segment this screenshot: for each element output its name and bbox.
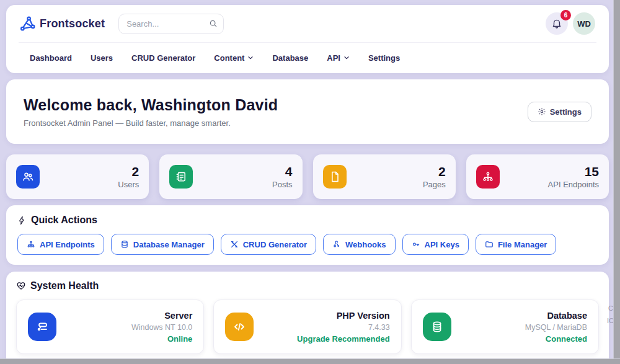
nav-item-crud-generator[interactable]: CRUD Generator xyxy=(131,53,195,63)
welcome-banner: Welcome back, Washington David Frontsock… xyxy=(6,79,609,144)
main-content: Frontsocket 6 xyxy=(6,5,609,364)
stat-label: Posts xyxy=(272,180,293,189)
stat-card-posts: 4 Posts xyxy=(159,154,302,199)
database-icon xyxy=(120,240,129,249)
nav-item-database[interactable]: Database xyxy=(272,53,308,63)
notebook-icon xyxy=(169,165,193,189)
stat-value: 2 xyxy=(423,164,446,179)
main-nav: Dashboard Users CRUD Generator Content D… xyxy=(20,43,595,73)
health-detail: MySQL / MariaDB xyxy=(525,323,587,332)
nav-item-settings[interactable]: Settings xyxy=(368,53,400,63)
crud-generator-button[interactable]: CRUD Generator xyxy=(221,234,316,255)
search-input[interactable] xyxy=(118,14,224,34)
health-status: Upgrade Recommended xyxy=(297,334,390,344)
tools-icon xyxy=(230,240,239,249)
stat-label: Pages xyxy=(423,180,446,189)
chevron-down-icon xyxy=(247,55,254,61)
health-title: Database xyxy=(525,311,587,321)
database-icon xyxy=(423,313,451,341)
health-title: Server xyxy=(131,311,192,321)
health-card-php: PHP Version 7.4.33 Upgrade Recommended xyxy=(213,300,401,354)
users-icon xyxy=(16,165,40,189)
health-status: Connected xyxy=(525,334,587,344)
nav-item-users[interactable]: Users xyxy=(91,53,113,63)
nav-item-content[interactable]: Content xyxy=(214,53,254,63)
health-detail: Windows NT 10.0 xyxy=(131,323,192,332)
window-edge-right xyxy=(613,0,620,364)
database-manager-button[interactable]: Database Manager xyxy=(111,234,214,255)
quick-actions-title: Quick Actions xyxy=(17,215,598,226)
stats-row: 2 Users 4 Posts 2 Pages xyxy=(6,154,609,199)
brand-name: Frontsocket xyxy=(40,17,105,30)
quick-action-buttons: API Endpoints Database Manager CRUD Gene… xyxy=(17,234,598,255)
nav-item-dashboard[interactable]: Dashboard xyxy=(30,53,72,63)
stat-card-api-endpoints: 15 API Endpoints xyxy=(466,154,609,199)
code-icon xyxy=(225,313,254,341)
header: Frontsocket 6 xyxy=(6,5,609,73)
search xyxy=(118,14,224,34)
stat-label: Users xyxy=(118,180,139,189)
webhook-icon xyxy=(332,240,341,249)
quick-actions: Quick Actions API Endpoints Database Man… xyxy=(6,205,609,265)
sitemap-icon xyxy=(27,240,35,249)
health-title: PHP Version xyxy=(297,311,390,321)
lightning-icon xyxy=(17,216,27,225)
chevron-down-icon xyxy=(343,55,350,61)
key-icon xyxy=(412,240,420,249)
notification-badge: 6 xyxy=(560,10,571,20)
stat-label: API Endpoints xyxy=(548,180,599,189)
health-detail: 7.4.33 xyxy=(297,323,390,332)
health-cards-row: Server Windows NT 10.0 Online PHP Versio… xyxy=(16,300,599,354)
bell-icon xyxy=(551,18,562,29)
health-card-database: Database MySQL / MariaDB Connected xyxy=(411,300,599,354)
webhooks-button[interactable]: Webhooks xyxy=(323,234,396,255)
sitemap-icon xyxy=(476,165,500,189)
header-top: Frontsocket 6 xyxy=(20,5,595,42)
search-icon xyxy=(209,19,218,28)
gear-icon xyxy=(538,107,546,116)
page-title: Welcome back, Washington David xyxy=(24,96,278,114)
nav-item-api[interactable]: API xyxy=(327,53,350,63)
brand[interactable]: Frontsocket xyxy=(20,16,105,32)
health-status: Online xyxy=(131,334,192,344)
health-card-server: Server Windows NT 10.0 Online xyxy=(16,300,204,354)
folder-icon xyxy=(485,240,494,249)
api-endpoints-button[interactable]: API Endpoints xyxy=(17,234,104,255)
frontsocket-logo-icon xyxy=(20,16,36,32)
file-icon xyxy=(323,165,347,189)
notifications-button[interactable]: 6 xyxy=(546,12,568,35)
stat-value: 15 xyxy=(548,164,599,179)
page-subtitle: Frontsocket Admin Panel — Build faster, … xyxy=(24,118,278,128)
edge-text-fragment: C xyxy=(608,304,613,312)
server-icon xyxy=(28,313,56,341)
avatar[interactable]: WD xyxy=(573,12,595,35)
welcome-text: Welcome back, Washington David Frontsock… xyxy=(24,96,278,128)
stat-card-pages: 2 Pages xyxy=(313,154,456,199)
stat-value: 2 xyxy=(118,164,139,179)
stat-card-users: 2 Users xyxy=(6,154,149,199)
window-edge-bottom xyxy=(0,358,620,364)
file-manager-button[interactable]: File Manager xyxy=(476,234,556,255)
system-health-title: System Health xyxy=(16,280,599,291)
heart-pulse-icon xyxy=(16,281,26,291)
system-health: System Health Server Windows NT 10.0 Onl… xyxy=(6,272,609,364)
api-keys-button[interactable]: API Keys xyxy=(402,234,469,255)
header-actions: 6 WD xyxy=(546,12,595,35)
settings-button[interactable]: Settings xyxy=(528,102,591,122)
stat-value: 4 xyxy=(272,164,293,179)
